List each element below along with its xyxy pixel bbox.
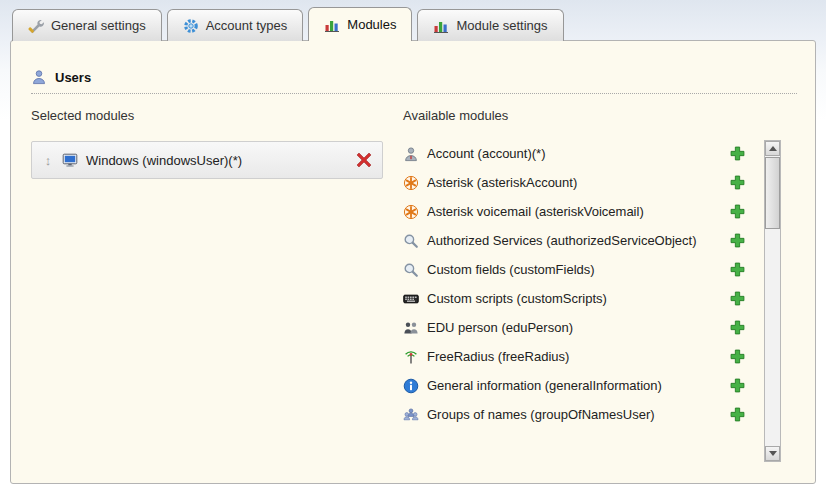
scroll-up-button[interactable] xyxy=(765,141,780,156)
antenna-icon xyxy=(403,349,419,365)
tab-label: Module settings xyxy=(456,18,547,33)
tab-label: Modules xyxy=(347,17,396,32)
available-module-row: Custom scripts (customScripts) xyxy=(403,284,747,313)
tools-icon xyxy=(28,18,44,34)
drag-handle-icon[interactable]: ↕ xyxy=(42,153,54,168)
triangle-up-icon xyxy=(769,146,777,151)
tab-bar: General settings Account types Modules M… xyxy=(12,7,564,41)
add-module-button[interactable] xyxy=(730,291,745,306)
available-modules-scrollbar[interactable] xyxy=(764,140,781,462)
tab-general-settings[interactable]: General settings xyxy=(12,9,162,41)
module-columns: Selected modules ↕ Windows (windowsUser)… xyxy=(31,108,797,429)
available-module-row: Custom fields (customFields) xyxy=(403,255,747,284)
tab-account-types[interactable]: Account types xyxy=(167,9,304,41)
user-icon xyxy=(31,69,47,85)
selected-modules-list: ↕ Windows (windowsUser)(*) xyxy=(31,141,403,179)
tab-label: Account types xyxy=(206,18,288,33)
available-module-row: Account (account)(*) xyxy=(403,139,747,168)
available-module-label: Custom scripts (customScripts) xyxy=(427,291,722,306)
tab-module-settings[interactable]: Module settings xyxy=(417,9,563,41)
available-module-label: Account (account)(*) xyxy=(427,146,722,161)
add-module-button[interactable] xyxy=(730,262,745,277)
modules-chart-icon xyxy=(324,17,340,33)
scroll-down-button[interactable] xyxy=(765,446,780,461)
available-module-label: Asterisk voicemail (asteriskVoicemail) xyxy=(427,204,722,219)
tab-modules[interactable]: Modules xyxy=(308,7,412,41)
add-module-button[interactable] xyxy=(730,146,745,161)
selected-modules-column: Selected modules ↕ Windows (windowsUser)… xyxy=(31,108,403,429)
available-modules-heading: Available modules xyxy=(403,108,797,123)
available-modules-list: Account (account)(*) Asterisk (asteriskA… xyxy=(403,139,747,429)
available-module-label: Custom fields (customFields) xyxy=(427,262,722,277)
selected-modules-heading: Selected modules xyxy=(31,108,403,123)
add-module-button[interactable] xyxy=(730,407,745,422)
person-icon xyxy=(403,146,419,162)
available-module-label: Asterisk (asteriskAccount) xyxy=(427,175,722,190)
people-icon xyxy=(403,320,419,336)
available-modules-column: Available modules Account (account)(*) xyxy=(403,108,797,429)
section-header-users: Users xyxy=(31,69,797,94)
available-module-row: Groups of names (groupOfNamesUser) xyxy=(403,400,747,429)
magnifier-icon xyxy=(403,262,419,278)
info-icon xyxy=(403,378,419,394)
available-module-label: FreeRadius (freeRadius) xyxy=(427,349,722,364)
windows-monitor-icon xyxy=(62,152,78,168)
modules-chart-icon xyxy=(433,18,449,34)
add-module-button[interactable] xyxy=(730,378,745,393)
available-module-row: Asterisk (asteriskAccount) xyxy=(403,168,747,197)
available-module-label: Groups of names (groupOfNamesUser) xyxy=(427,407,722,422)
add-module-button[interactable] xyxy=(730,204,745,219)
magnifier-icon xyxy=(403,233,419,249)
sync-gear-icon xyxy=(183,18,199,34)
available-module-label: EDU person (eduPerson) xyxy=(427,320,722,335)
asterisk-icon xyxy=(403,204,419,220)
asterisk-icon xyxy=(403,175,419,191)
modules-panel: Users Selected modules ↕ Windows (window… xyxy=(10,40,816,484)
available-module-row: EDU person (eduPerson) xyxy=(403,313,747,342)
available-module-row: General information (generalInformation) xyxy=(403,371,747,400)
add-module-button[interactable] xyxy=(730,320,745,335)
tab-label: General settings xyxy=(51,18,146,33)
delete-module-button[interactable] xyxy=(356,152,372,168)
selected-module-row: ↕ Windows (windowsUser)(*) xyxy=(31,141,383,179)
available-module-row: Asterisk voicemail (asteriskVoicemail) xyxy=(403,197,747,226)
add-module-button[interactable] xyxy=(730,233,745,248)
available-module-row: FreeRadius (freeRadius) xyxy=(403,342,747,371)
scrollbar-thumb[interactable] xyxy=(765,157,780,229)
group-icon xyxy=(403,407,419,423)
selected-module-label: Windows (windowsUser)(*) xyxy=(86,153,348,168)
available-module-label: Authorized Services (authorizedServiceOb… xyxy=(427,233,722,248)
available-module-label: General information (generalInformation) xyxy=(427,378,722,393)
section-title: Users xyxy=(55,70,91,85)
add-module-button[interactable] xyxy=(730,175,745,190)
triangle-down-icon xyxy=(769,451,777,456)
keyboard-icon xyxy=(403,291,419,307)
add-module-button[interactable] xyxy=(730,349,745,364)
available-module-row: Authorized Services (authorizedServiceOb… xyxy=(403,226,747,255)
